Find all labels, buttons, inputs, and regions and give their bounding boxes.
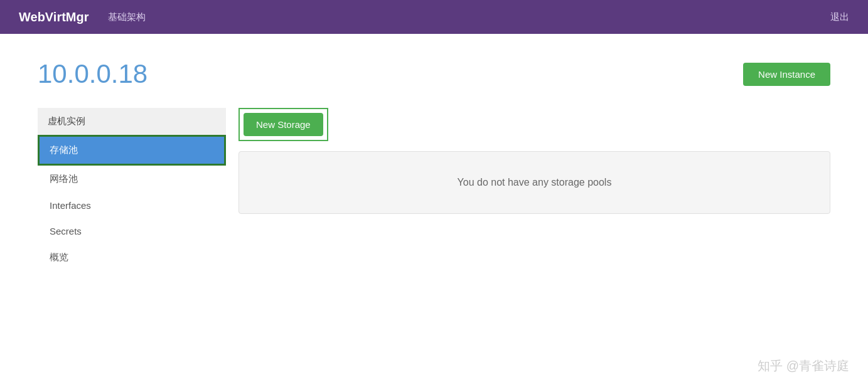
sidebar-item-network-pool[interactable]: 网络池 (38, 166, 226, 193)
navbar-brand[interactable]: WebVirtMgr (19, 10, 89, 24)
new-storage-wrapper: New Storage (238, 108, 328, 141)
main-content: 10.0.0.18 New Instance 虚机实例 存储池 网络池 Inte… (0, 34, 868, 387)
new-storage-button[interactable]: New Storage (244, 113, 323, 136)
sidebar-item-storage-pool[interactable]: 存储池 (38, 135, 226, 166)
navbar-left: WebVirtMgr 基础架构 (19, 10, 146, 24)
navbar-infra-link[interactable]: 基础架构 (108, 11, 146, 23)
page-header: 10.0.0.18 New Instance (38, 59, 830, 89)
right-panel: New Storage You do not have any storage … (238, 108, 830, 271)
new-instance-button[interactable]: New Instance (743, 63, 830, 86)
sidebar-item-secrets[interactable]: Secrets (38, 218, 226, 244)
navbar-logout[interactable]: 退出 (830, 11, 849, 23)
sidebar-item-interfaces[interactable]: Interfaces (38, 193, 226, 218)
navbar: WebVirtMgr 基础架构 退出 (0, 0, 868, 34)
content-area: 虚机实例 存储池 网络池 Interfaces Secrets 概览 New S… (38, 108, 830, 271)
sidebar-vm-instances[interactable]: 虚机实例 (38, 108, 226, 135)
page-title: 10.0.0.18 (38, 59, 147, 89)
empty-state-text: You do not have any storage pools (458, 177, 612, 188)
empty-state: You do not have any storage pools (238, 151, 830, 214)
sidebar-item-overview[interactable]: 概览 (38, 244, 226, 271)
sidebar: 虚机实例 存储池 网络池 Interfaces Secrets 概览 (38, 108, 226, 271)
